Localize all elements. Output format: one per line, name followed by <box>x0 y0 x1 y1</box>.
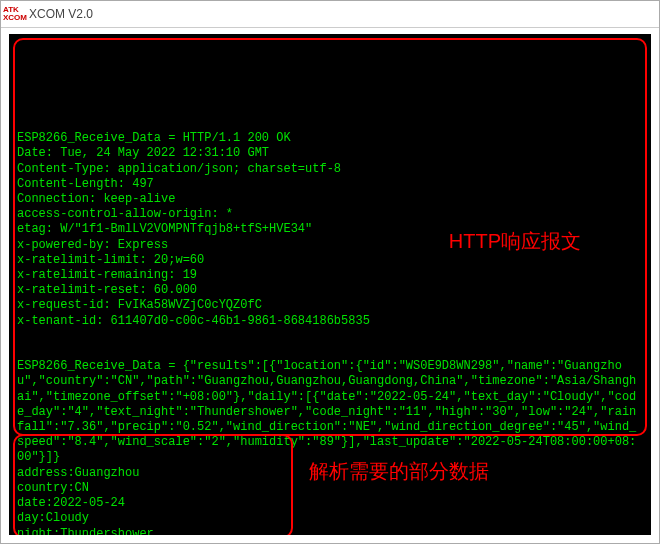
terminal-line: date:2022-05-24 <box>17 496 643 511</box>
app-window: ATK XCOM XCOM V2.0 HTTP响应报文 解析需要的部分数据 ES… <box>0 0 660 544</box>
terminal-line: day:Cloudy <box>17 511 643 526</box>
title-bar[interactable]: ATK XCOM XCOM V2.0 <box>1 1 659 28</box>
terminal-line: Content-Type: application/json; charset=… <box>17 162 643 177</box>
content-area: HTTP响应报文 解析需要的部分数据 ESP8266_Receive_Data … <box>1 28 659 543</box>
terminal-line: x-ratelimit-remaining: 19 <box>17 268 643 283</box>
terminal-line: country:CN <box>17 481 643 496</box>
terminal-line: x-ratelimit-reset: 60.000 <box>17 283 643 298</box>
app-icon: ATK XCOM <box>7 6 23 22</box>
terminal-line: Date: Tue, 24 May 2022 12:31:10 GMT <box>17 146 643 161</box>
terminal-line: Content-Length: 497 <box>17 177 643 192</box>
terminal-line: x-request-id: FvIKa58WVZjC0cYQZ0fC <box>17 298 643 313</box>
terminal-line: etag: W/"1f1-BmlLV2VOMPNTfqjb8+tfS+HVE34… <box>17 222 643 237</box>
terminal-line: Connection: keep-alive <box>17 192 643 207</box>
window-title: XCOM V2.0 <box>29 7 93 21</box>
terminal-line: x-ratelimit-limit: 20;w=60 <box>17 253 643 268</box>
terminal-output[interactable]: HTTP响应报文 解析需要的部分数据 ESP8266_Receive_Data … <box>9 34 651 535</box>
terminal-line <box>17 344 643 359</box>
terminal-line: ESP8266_Receive_Data = {"results":[{"loc… <box>17 359 643 465</box>
terminal-line: x-powered-by: Express <box>17 238 643 253</box>
terminal-line: ESP8266_Receive_Data = HTTP/1.1 200 OK <box>17 131 643 146</box>
terminal-line: night:Thundershower <box>17 527 643 536</box>
terminal-line: address:Guangzhou <box>17 466 643 481</box>
terminal-line <box>17 329 643 344</box>
terminal-line: access-control-allow-origin: * <box>17 207 643 222</box>
terminal-line: x-tenant-id: 611407d0-c00c-46b1-9861-868… <box>17 314 643 329</box>
